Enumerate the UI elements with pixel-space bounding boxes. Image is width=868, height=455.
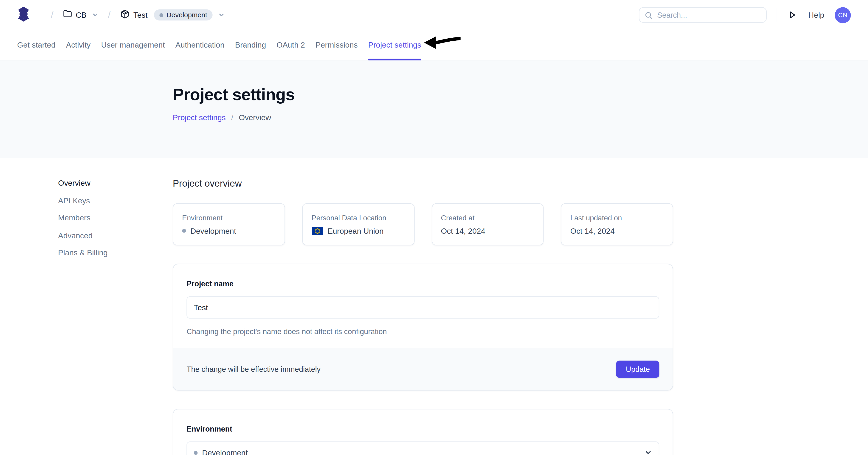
environment-label: Environment: [186, 424, 659, 434]
environment-select-value: Development: [194, 448, 248, 455]
project-name-footer: The change will be effective immediately…: [174, 348, 673, 390]
settings-side-nav: Overview API Keys Members Advanced Plans…: [58, 177, 108, 264]
app-logo[interactable]: [17, 6, 30, 24]
eu-flag-icon: [312, 227, 323, 235]
status-dot-icon: [159, 13, 163, 17]
header-breadcrumb: / CB /: [17, 6, 225, 24]
tab-get-started[interactable]: Get started: [17, 30, 56, 60]
chevron-down-icon: [92, 12, 99, 19]
project-name-help: Changing the project's name does not aff…: [186, 328, 659, 336]
stat-card-environment: Environment Development: [173, 203, 285, 246]
annotation-arrow-icon: [424, 35, 461, 50]
tab-permissions[interactable]: Permissions: [315, 30, 358, 60]
org-name: CB: [76, 10, 87, 20]
search-bar: [639, 7, 767, 23]
user-avatar[interactable]: CN: [835, 7, 851, 23]
breadcrumb-separator: /: [108, 9, 111, 21]
search-input[interactable]: [640, 8, 766, 22]
search-icon: [645, 11, 653, 19]
environment-panel: Environment Development: [173, 409, 673, 455]
tab-activity[interactable]: Activity: [66, 30, 91, 60]
tab-oauth2[interactable]: OAuth 2: [277, 30, 305, 60]
stat-value: Oct 14, 2024: [441, 226, 534, 235]
sidebar-item-members[interactable]: Members: [58, 212, 108, 223]
chevron-down-icon: [644, 449, 652, 455]
folder-icon: [63, 9, 72, 21]
breadcrumb-link-project-settings[interactable]: Project settings: [173, 113, 226, 122]
stat-value: Oct 14, 2024: [570, 226, 664, 235]
stat-value-text: European Union: [328, 226, 384, 235]
logo-icon: [17, 6, 30, 24]
stat-card-last-updated: Last updated on Oct 14, 2024: [561, 203, 673, 246]
project-name-input[interactable]: [186, 296, 659, 318]
stat-card-data-location: Personal Data Location: [302, 203, 414, 246]
status-dot-icon: [182, 229, 186, 233]
stat-card-created-at: Created at Oct 14, 2024: [432, 203, 544, 246]
stat-value-text: Oct 14, 2024: [570, 226, 615, 235]
header-actions: Help CN: [639, 7, 851, 23]
page-title: Project settings: [173, 85, 868, 105]
sidebar-item-advanced[interactable]: Advanced: [58, 230, 108, 240]
help-link[interactable]: Help: [808, 10, 824, 20]
stat-value: Development: [182, 226, 276, 235]
footer-note: The change will be effective immediately: [186, 365, 320, 373]
stat-value-text: Development: [190, 226, 236, 235]
project-selector[interactable]: Test Development: [120, 9, 225, 21]
play-icon: [788, 10, 796, 20]
project-name-label: Project name: [186, 279, 659, 289]
tab-user-management[interactable]: User management: [101, 30, 165, 60]
environment-form: Environment Development: [174, 409, 673, 455]
environment-select[interactable]: Development: [186, 442, 659, 455]
breadcrumb-current: Overview: [239, 113, 271, 122]
org-selector[interactable]: CB: [63, 9, 98, 21]
sidebar-item-api-keys[interactable]: API Keys: [58, 195, 108, 206]
status-dot-icon: [194, 451, 198, 455]
tab-branding[interactable]: Branding: [235, 30, 266, 60]
sidebar-item-overview[interactable]: Overview: [58, 177, 108, 188]
breadcrumb-separator: /: [51, 9, 54, 21]
stat-label: Environment: [182, 213, 276, 223]
package-icon: [120, 9, 129, 21]
section-heading: Project overview: [173, 178, 673, 190]
project-name-panel: Project name Changing the project's name…: [173, 263, 673, 391]
project-name: Test: [133, 10, 148, 20]
environment-select-text: Development: [202, 448, 248, 455]
stats-row: Environment Development Personal Data Lo…: [173, 203, 673, 246]
stat-label: Personal Data Location: [312, 213, 405, 223]
play-button[interactable]: [788, 10, 796, 20]
top-header: / CB /: [0, 0, 868, 30]
stat-value: European Union: [312, 226, 405, 235]
environment-badge: Development: [154, 9, 213, 21]
overview-main: Project overview Environment Development…: [173, 158, 673, 455]
page-hero: Project settings Project settings / Over…: [0, 60, 868, 158]
project-tabs: Get started Activity User management Aut…: [0, 30, 868, 60]
app-window: / CB /: [0, 0, 868, 455]
tab-authentication[interactable]: Authentication: [176, 30, 224, 60]
environment-badge-label: Development: [166, 11, 207, 19]
stat-label: Created at: [441, 213, 534, 223]
tab-project-settings[interactable]: Project settings: [368, 30, 422, 60]
project-name-form: Project name Changing the project's name…: [174, 264, 673, 348]
breadcrumb-separator: /: [231, 113, 233, 122]
settings-content: Overview API Keys Members Advanced Plans…: [0, 158, 868, 455]
breadcrumb: Project settings / Overview: [173, 113, 868, 122]
sidebar-item-plans-billing[interactable]: Plans & Billing: [58, 247, 108, 258]
header-divider: [777, 8, 777, 22]
chevron-down-icon: [218, 12, 225, 19]
stat-value-text: Oct 14, 2024: [441, 226, 485, 235]
stat-label: Last updated on: [570, 213, 664, 223]
update-button[interactable]: Update: [616, 360, 659, 377]
